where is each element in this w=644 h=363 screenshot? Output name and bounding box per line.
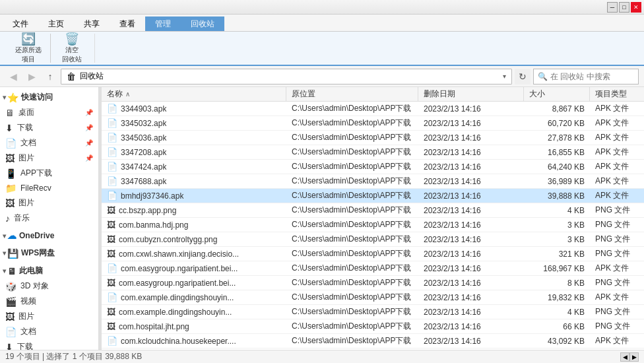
table-row[interactable]: 🖼 com.example.dingdingshouyin... C:\User… xyxy=(102,305,644,319)
address-folder-icon: 🗑 xyxy=(67,71,76,82)
file-size-cell: 16,855 KB xyxy=(524,145,590,159)
table-row[interactable]: 📄 3347208.apk C:\Users\admin\Desktop\APP… xyxy=(102,145,644,160)
file-location-cell: C:\Users\admin\Desktop\APP下载 xyxy=(286,145,418,159)
file-type-icon: 📄 xyxy=(107,118,117,128)
file-name-cell: 🖼 cc.bszp.app.png xyxy=(102,203,286,217)
refresh-button[interactable]: ↻ xyxy=(515,69,531,84)
tab-view[interactable]: 查看 xyxy=(110,16,145,31)
address-box[interactable]: 🗑 回收站 ▾ xyxy=(61,69,512,84)
sidebar-item-downloads2[interactable]: ⬇ 下载 xyxy=(0,339,98,350)
table-row[interactable]: 📄 3344903.apk C:\Users\admin\Desktop\APP… xyxy=(102,102,644,116)
table-row[interactable]: 📄 com.easygroup.ngaripatient.bei... C:\U… xyxy=(102,261,644,276)
filerecv-icon: 📁 xyxy=(5,183,16,193)
file-location-cell: C:\Users\admin\Desktop\APP下载 xyxy=(286,247,418,261)
sidebar-header-wps[interactable]: ▾ 💾 WPS网盘 xyxy=(0,246,98,261)
col-header-size[interactable]: 大小 xyxy=(524,87,590,101)
table-row[interactable]: 📄 3347688.apk C:\Users\admin\Desktop\APP… xyxy=(102,174,644,189)
file-name-text: 3347208.apk xyxy=(121,148,166,157)
sidebar-item-appdownload[interactable]: 📱 APP下载 xyxy=(0,166,98,181)
file-name-text: com.banma.hdj.png xyxy=(119,220,188,230)
file-type-icon: 📄 xyxy=(107,191,117,201)
file-date-cell: 2023/2/13 14:16 xyxy=(418,102,524,116)
restore-button[interactable]: 🔄 还原所选项目 xyxy=(11,31,46,66)
sidebar-item-pictures[interactable]: 🖼 图片 📌 xyxy=(0,150,98,166)
file-type-cell: APK 文件 xyxy=(590,261,644,275)
file-size-cell: 39,888 KB xyxy=(524,189,590,203)
main-area: ▾ ⭐ 快速访问 🖥 桌面 📌 ⬇ 下载 📌 📄 文档 📌 🖼 图片 xyxy=(0,87,644,350)
file-type-icon: 📄 xyxy=(107,147,117,157)
file-type-icon: 📄 xyxy=(107,263,117,273)
table-row[interactable]: 🖼 com.kcloudchina.housekeeper.... C:\Use… xyxy=(102,348,644,350)
file-location-cell: C:\Users\admin\Desktop\APP下载 xyxy=(286,218,418,232)
pictures3-label: 图片 xyxy=(18,311,34,322)
tab-recycle[interactable]: 回收站 xyxy=(181,16,224,31)
sidebar-item-3dobjects[interactable]: 🎲 3D 对象 xyxy=(0,279,98,294)
tab-share[interactable]: 共享 xyxy=(74,16,110,31)
sidebar-header-thispc[interactable]: ▾ 🖥 此电脑 xyxy=(0,263,98,279)
file-date-cell: 2023/2/13 14:16 xyxy=(418,348,524,350)
file-name-text: 3347424.apk xyxy=(121,162,166,172)
table-row[interactable]: 📄 com.example.dingdingshouyin... C:\User… xyxy=(102,290,644,305)
col-header-type[interactable]: 项目类型 xyxy=(590,87,644,101)
file-list-header: 名称 ∧ 原位置 删除日期 大小 项目类型 xyxy=(102,87,644,102)
file-area: 名称 ∧ 原位置 删除日期 大小 项目类型 📄 3344903.apk C:\U… xyxy=(102,87,644,350)
expand-icon3: ▾ xyxy=(3,249,6,257)
sidebar-header-onedrive[interactable]: ▾ ☁ OneDrive xyxy=(0,228,98,243)
file-date-cell: 2023/2/13 14:16 xyxy=(418,203,524,217)
sidebar-item-pictures3[interactable]: 🖼 图片 xyxy=(0,309,98,324)
file-size-cell: 60,720 KB xyxy=(524,116,590,130)
table-row[interactable]: 🖼 com.hospital.jht.png C:\Users\admin\De… xyxy=(102,319,644,334)
sidebar-item-pictures2[interactable]: 🖼 图片 xyxy=(0,195,98,211)
file-date-cell: 2023/2/13 14:16 xyxy=(418,145,524,159)
col-header-name[interactable]: 名称 ∧ xyxy=(102,87,286,101)
title-bar: ─ □ ✕ xyxy=(0,0,644,15)
col-header-date[interactable]: 删除日期 xyxy=(418,87,524,101)
sidebar-item-downloads[interactable]: ⬇ 下载 📌 xyxy=(0,120,98,135)
table-row[interactable]: 📄 3347424.apk C:\Users\admin\Desktop\APP… xyxy=(102,160,644,174)
file-name-cell: 🖼 com.cubyzn.controltygg.png xyxy=(102,232,286,246)
sidebar-item-filerecv[interactable]: 📁 FileRecv xyxy=(0,181,98,195)
desktop-label: 桌面 xyxy=(18,107,34,118)
table-row[interactable]: 📄 3345032.apk C:\Users\admin\Desktop\APP… xyxy=(102,116,644,131)
table-row[interactable]: 🖼 com.banma.hdj.png C:\Users\admin\Deskt… xyxy=(102,218,644,232)
documents2-label: 文档 xyxy=(20,326,36,337)
address-path: 回收站 xyxy=(80,71,104,82)
table-row[interactable]: 🖼 cc.bszp.app.png C:\Users\admin\Desktop… xyxy=(102,203,644,218)
sidebar-item-videos[interactable]: 🎬 视频 xyxy=(0,294,98,309)
sidebar-section-onedrive: ▾ ☁ OneDrive xyxy=(0,228,98,243)
back-button[interactable]: ◀ xyxy=(5,69,21,84)
table-row[interactable]: 📄 com.kcloudchina.housekeeper.... C:\Use… xyxy=(102,334,644,348)
tab-home[interactable]: 主页 xyxy=(38,16,74,31)
status-text: 19 个项目 | 选择了 1 个项目 39,888 KB xyxy=(5,351,142,362)
col-header-location[interactable]: 原位置 xyxy=(286,87,418,101)
table-row[interactable]: 📄 bmhdj937346.apk C:\Users\admin\Desktop… xyxy=(102,189,644,203)
restore-all-button[interactable]: 🗑️ 清空回收站 xyxy=(55,31,89,66)
file-name-text: com.hospital.jht.png xyxy=(119,322,189,331)
forward-button[interactable]: ▶ xyxy=(24,69,40,84)
file-name-cell: 📄 3347208.apk xyxy=(102,145,286,159)
tab-file[interactable]: 文件 xyxy=(3,16,38,31)
minimize-button[interactable]: ─ xyxy=(607,2,618,13)
sidebar-header-quickaccess[interactable]: ▾ ⭐ 快速访问 xyxy=(0,90,98,105)
tab-manage[interactable]: 管理 xyxy=(145,16,181,31)
table-row[interactable]: 🖼 com.cubyzn.controltygg.png C:\Users\ad… xyxy=(102,232,644,247)
close-button[interactable]: ✕ xyxy=(631,2,641,13)
scroll-right-button[interactable]: ▶ xyxy=(629,352,639,362)
file-date-cell: 2023/2/13 14:16 xyxy=(418,232,524,246)
file-location-cell: C:\Users\admin\Desktop\APP下载 xyxy=(286,160,418,174)
table-row[interactable]: 🖼 com.easygroup.ngaripatient.bei... C:\U… xyxy=(102,276,644,290)
sidebar-item-desktop[interactable]: 🖥 桌面 📌 xyxy=(0,105,98,120)
file-name-text: cc.bszp.app.png xyxy=(119,206,176,215)
scroll-left-button[interactable]: ◀ xyxy=(620,352,629,362)
up-button[interactable]: ↑ xyxy=(42,69,58,84)
sidebar-item-documents[interactable]: 📄 文档 📌 xyxy=(0,135,98,150)
sidebar-item-music[interactable]: ♪ 音乐 xyxy=(0,211,98,226)
maximize-button[interactable]: □ xyxy=(619,2,629,13)
table-row[interactable]: 🖼 com.cxwl.shawn.xinjiang.decisio... C:\… xyxy=(102,247,644,261)
search-box[interactable]: 🔍 xyxy=(533,69,639,84)
search-input[interactable] xyxy=(550,72,634,81)
file-size-cell: 66 KB xyxy=(524,319,590,333)
sidebar-item-documents2[interactable]: 📄 文档 xyxy=(0,324,98,339)
table-row[interactable]: 📄 3345036.apk C:\Users\admin\Desktop\APP… xyxy=(102,131,644,145)
file-type-cell: APK 文件 xyxy=(590,174,644,188)
